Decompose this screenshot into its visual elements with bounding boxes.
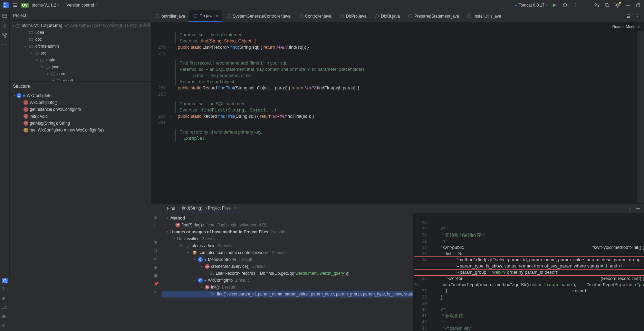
project-tool-icon[interactable] xyxy=(2,13,8,19)
structure-tree[interactable]: ▾ C ● WxConfigInfo mWxConfigInfo()mgetIn… xyxy=(10,91,151,136)
structure-member[interactable]: mgetInstance(): WxConfigInfo xyxy=(10,106,151,113)
search-icon[interactable] xyxy=(604,2,610,8)
tree-item[interactable]: ▾ofsoft xyxy=(10,77,151,81)
editor-tab[interactable]: DbPro.java xyxy=(336,10,371,22)
editor-tab[interactable]: ontroller.java xyxy=(151,10,189,22)
pin-icon[interactable]: 📌 xyxy=(154,282,159,287)
structure-class[interactable]: ▾ C ● WxConfigInfo xyxy=(10,92,151,99)
find-usage-1[interactable]: 35 List<Record> records = Db.find(Db.get… xyxy=(162,270,413,277)
next-icon[interactable]: ↓ xyxy=(154,232,159,237)
editor-tab[interactable]: PreparedStatement.java xyxy=(404,10,463,22)
tree-item[interactable]: ▾com xyxy=(10,70,151,77)
editor-tab[interactable]: Db.java× xyxy=(189,10,222,22)
preview-line[interactable]: 33 list = Db xyxy=(414,251,644,257)
find-usages-header[interactable]: ▾ Usages or usages of base method in Pro… xyxy=(162,228,413,235)
find-unclassified[interactable]: ▾ Unclassified 2 results xyxy=(162,235,413,242)
editor-main[interactable]: Params: sql – the sql statement See Also… xyxy=(151,31,637,203)
ide-logo-icon[interactable] xyxy=(3,2,9,8)
preview-line[interactable]: 29 /** xyxy=(414,226,644,232)
expand-icon[interactable]: ⊞ xyxy=(154,240,159,246)
project-name-dropdown[interactable]: ofcms-V1.1.2▾ xyxy=(32,3,59,8)
find-results-tree[interactable]: ▾ Method mfind(String) of com.jfinal.plu… xyxy=(162,213,413,331)
find-method[interactable]: mfind(String) of com.jfinal.plugin.activ… xyxy=(162,222,413,228)
minimize-icon[interactable]: — xyxy=(625,2,631,8)
run-config-dropdown[interactable]: Tomcat 8.0.17▾ xyxy=(515,3,547,8)
preview-line[interactable]: 41 * 获取参数 xyxy=(414,313,644,319)
group-icon[interactable]: ⚙ xyxy=(154,265,159,271)
preview-line[interactable]: ↳param_type, is_show, status, remark fro… xyxy=(414,263,644,269)
preview-line[interactable]: 40 /** xyxy=(414,306,644,313)
close-icon[interactable]: × xyxy=(216,13,219,19)
editor-tab[interactable]: SystemGenerateController.java xyxy=(222,10,295,22)
preview-line[interactable] xyxy=(414,213,644,220)
project-tree[interactable]: ▾ ofcms-V1.1.2 [ofcms] E:\java代码审计\资料\27… xyxy=(10,21,151,81)
find-method-init[interactable]: ▾ minit() 1 result xyxy=(162,284,413,291)
tree-item[interactable]: ▾ofcms-admin xyxy=(10,43,151,50)
structure-member[interactable]: mgetMsg(String): String xyxy=(10,120,151,127)
preview-line[interactable]: 30 * 初始化内容到内存中 xyxy=(414,232,644,238)
reader-mode-label[interactable]: Reader Mode xyxy=(612,25,635,29)
find-hide-icon[interactable]: — xyxy=(635,205,641,212)
git-tool-icon[interactable]: ⎇ xyxy=(2,305,8,310)
preview-line[interactable]: ↳param_group = 'weixin' order by param_i… xyxy=(414,269,644,275)
tree-root[interactable]: ▾ ofcms-V1.1.2 [ofcms] E:\java代码审计\资料\27… xyxy=(10,22,151,29)
find-tab-find[interactable]: Find xyxy=(164,204,179,213)
preview-line[interactable]: 43 * @param key xyxy=(414,325,644,331)
services-tool-icon[interactable]: ◆ xyxy=(2,296,8,301)
debug-icon[interactable] xyxy=(562,2,568,8)
find-tab-usages[interactable]: find(String) in Project Files× xyxy=(179,204,240,213)
filter-icon[interactable]: ▣ xyxy=(154,273,159,279)
vcs-dropdown[interactable]: Version control▾ xyxy=(67,3,97,8)
prev-icon[interactable]: ↑ xyxy=(154,224,159,229)
find-class-wx[interactable]: ▾ C● WxConfigInfo 1 result xyxy=(162,277,413,284)
close-find-icon[interactable]: ✕ xyxy=(154,290,159,295)
more-tools-icon[interactable]: ⋯ xyxy=(2,42,8,48)
find-usage-2[interactable]: 34 .find("select param_id, param_name, p… xyxy=(162,291,413,298)
preview-line[interactable]: 42 * xyxy=(414,319,644,325)
terminal-tool-icon[interactable]: T xyxy=(2,287,8,292)
find-method-create[interactable]: ▾ mcreateMenuService() 1 result xyxy=(162,263,413,270)
preview-line[interactable]: 32 "kw">public "kw">void "method">init()… xyxy=(414,244,644,251)
find-class-menu[interactable]: ▾ C● MenuController 1 result xyxy=(162,256,413,263)
tab-options-icon[interactable]: ⋮ xyxy=(634,13,641,19)
project-view-dropdown[interactable]: Project ▾ xyxy=(13,13,29,18)
editor-tab[interactable]: DbKit.java xyxy=(371,10,404,22)
find-method-header[interactable]: ▾ Method xyxy=(162,215,413,222)
settings-icon[interactable] xyxy=(614,2,621,8)
refresh-icon[interactable]: ⟳ xyxy=(154,215,159,221)
restore-icon[interactable] xyxy=(635,2,641,8)
tree-item[interactable]: ▾src xyxy=(10,50,151,57)
find-tool-icon[interactable] xyxy=(2,278,8,283)
structure-member[interactable]: minit(): void xyxy=(10,113,151,120)
preview-icon[interactable]: 👁 xyxy=(154,257,159,262)
code-with-me-icon[interactable] xyxy=(594,2,600,8)
structure-member[interactable]: fme: WxConfigInfo = new WxConfigInfo() xyxy=(10,127,151,134)
collapse-icon[interactable]: ⊟ xyxy=(154,249,159,254)
problems-tool-icon[interactable]: ⊘ xyxy=(2,323,8,328)
tree-item[interactable]: .idea xyxy=(10,29,151,36)
usage-preview[interactable]: 2829 /**30 * 初始化内容到内存中31 */32 "kw">publi… xyxy=(414,213,644,331)
find-options-icon[interactable]: ⋮ xyxy=(626,205,632,212)
structure-member[interactable]: mWxConfigInfo() xyxy=(10,99,151,106)
preview-line[interactable]: 28 xyxy=(414,220,644,226)
preview-line[interactable]: 35 "kw">for (Record record : list) { xyxy=(414,275,644,282)
preview-line[interactable]: 38 } xyxy=(414,294,644,300)
editor-tab[interactable]: Controller.java xyxy=(295,10,336,22)
find-module[interactable]: ▾ ▢ofcms-admin 2 results xyxy=(162,242,413,249)
tab-list-icon[interactable] xyxy=(625,13,632,19)
tree-item[interactable]: ▾java xyxy=(10,64,151,70)
run-icon[interactable] xyxy=(551,2,558,8)
editor-tab[interactable]: InstallUtils.java xyxy=(463,10,505,22)
find-package[interactable]: ▾ 📦com.ofsoft.cms.admin.controller.weixi… xyxy=(162,249,413,256)
preview-line[interactable]: 31 */ xyxy=(414,238,644,244)
main-menu-icon[interactable] xyxy=(12,2,18,8)
preview-line[interactable]: 39 xyxy=(414,300,644,306)
preview-line[interactable]: 37 } xyxy=(414,288,644,294)
preview-line[interactable]: 34 ."method">find( sql: "select param_id… xyxy=(414,257,644,263)
structure-tool-icon[interactable] xyxy=(2,32,8,38)
tree-item[interactable]: ▾main xyxy=(10,57,151,64)
more-run-icon[interactable]: ⋮ xyxy=(572,2,578,8)
tree-item[interactable]: doc xyxy=(10,36,151,43)
build-tool-icon[interactable]: ▣ xyxy=(2,314,8,319)
preview-line[interactable]: 36 info."method">put(record."method">get… xyxy=(414,282,644,288)
